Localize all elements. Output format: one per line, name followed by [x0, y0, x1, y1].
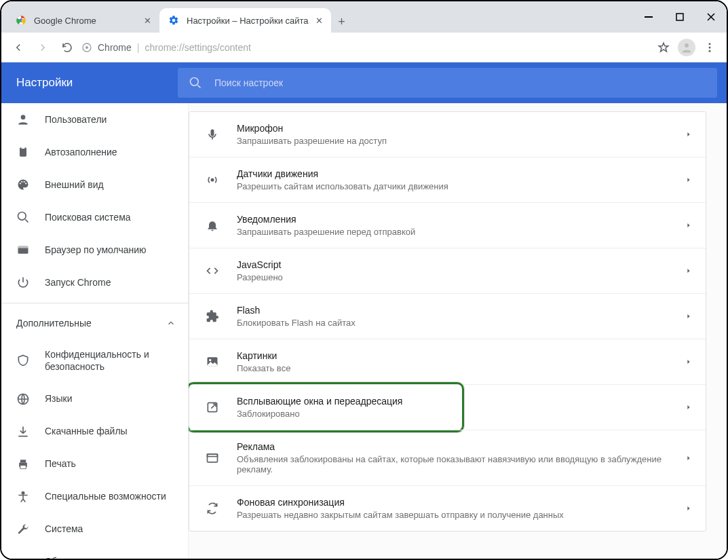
kebab-menu-button[interactable]: [700, 37, 720, 58]
omnibox-scheme: Chrome: [98, 42, 132, 53]
setting-bg-sync[interactable]: Фоновая синхронизацияРазрешать недавно з…: [189, 485, 706, 531]
setting-javascript[interactable]: JavaScriptРазрешено: [189, 248, 706, 293]
code-icon: [203, 264, 222, 278]
sidebar-item-download[interactable]: Скачанные файлы: [1, 415, 188, 448]
sidebar-advanced-toggle[interactable]: Дополнительные: [1, 307, 188, 339]
svg-point-11: [21, 115, 26, 119]
chrome-favicon-icon: [15, 14, 27, 26]
setting-notifications[interactable]: УведомленияЗапрашивать разрешение перед …: [189, 202, 706, 248]
setting-ads[interactable]: РекламаОбъявления заблокированы на сайта…: [189, 430, 706, 485]
puzzle-icon: [203, 310, 222, 323]
sidebar-item-label: Скачанные файлы: [45, 425, 128, 437]
setting-popups[interactable]: Всплывающие окна и переадресацияЗаблокир…: [189, 384, 706, 430]
close-icon[interactable]: ✕: [144, 16, 151, 26]
chevron-right-icon: [677, 267, 692, 274]
setting-images[interactable]: КартинкиПоказать все: [189, 339, 706, 384]
wrench-icon: [16, 523, 30, 536]
chevron-right-icon: [677, 313, 692, 320]
chevron-right-icon: [677, 358, 692, 365]
sidebar-item-label: Сброс настроек и удаление вредоносного П…: [45, 555, 188, 559]
settings-favicon-icon: [168, 14, 180, 26]
bell-icon: [203, 219, 222, 232]
maximize-button[interactable]: [664, 1, 695, 33]
svg-rect-3: [676, 14, 683, 20]
sidebar-item-label: Конфиденциальность и безопасность: [45, 348, 188, 373]
new-tab-button[interactable]: +: [331, 11, 353, 33]
sidebar-item-label: Внешний вид: [45, 179, 104, 191]
svg-rect-2: [645, 16, 653, 18]
sidebar-item-browser[interactable]: Браузер по умолчанию: [1, 234, 188, 266]
svg-rect-24: [20, 465, 26, 468]
sidebar-item-wrench[interactable]: Система: [1, 513, 188, 546]
sidebar-item-a11y[interactable]: Специальные возможности: [1, 481, 188, 513]
chevron-right-icon: [677, 404, 692, 411]
tab-google-chrome[interactable]: Google Chrome ✕: [7, 8, 159, 33]
sidebar-item-globe[interactable]: Языки: [1, 383, 188, 415]
bookmark-button[interactable]: [653, 37, 674, 58]
sidebar-item-label: Специальные возможности: [45, 490, 166, 502]
setting-flash[interactable]: FlashБлокировать Flash на сайтах: [189, 293, 706, 339]
tab-label: Настройки – Настройки сайта: [187, 16, 309, 26]
browser-icon: [16, 243, 30, 257]
chevron-right-icon: [677, 505, 692, 512]
svg-rect-26: [211, 130, 214, 136]
sidebar-item-restore[interactable]: Сброс настроек и удаление вредоносного П…: [1, 546, 188, 559]
sidebar-item-power[interactable]: Запуск Chrome: [1, 266, 188, 299]
svg-point-7: [709, 43, 711, 45]
close-window-button[interactable]: [695, 1, 727, 33]
search-icon: [16, 210, 30, 224]
tab-settings[interactable]: Настройки – Настройки сайта ✕: [159, 8, 331, 33]
popup-icon: [203, 400, 222, 414]
svg-point-18: [18, 212, 26, 221]
settings-search-input[interactable]: [213, 77, 706, 89]
chevron-right-icon: [677, 131, 692, 138]
settings-search[interactable]: [178, 68, 717, 98]
sidebar-item-shield[interactable]: Конфиденциальность и безопасность: [1, 339, 188, 382]
back-button[interactable]: [8, 37, 28, 58]
close-icon[interactable]: ✕: [315, 16, 323, 26]
setting-subtitle: Объявления заблокированы на сайтах, кото…: [237, 454, 677, 474]
omnibox[interactable]: Chrome | chrome://settings/content: [81, 42, 649, 53]
svg-rect-20: [18, 246, 28, 248]
svg-point-27: [211, 179, 213, 181]
setting-motion[interactable]: Датчики движенияРазрешить сайтам использ…: [189, 157, 706, 202]
svg-point-5: [85, 46, 88, 49]
forward-button[interactable]: [33, 37, 53, 58]
sidebar-item-print[interactable]: Печать: [1, 448, 188, 481]
reload-button[interactable]: [57, 37, 77, 58]
sidebar-item-label: Автозаполнение: [45, 146, 117, 158]
minimize-button[interactable]: [633, 1, 664, 33]
globe-icon: [16, 392, 30, 406]
page-title: Настройки: [1, 76, 178, 90]
svg-rect-12: [20, 147, 26, 156]
svg-rect-31: [208, 454, 218, 462]
image-icon: [203, 355, 222, 369]
mic-icon: [203, 128, 222, 141]
sidebar-item-clipboard[interactable]: Автозаполнение: [1, 136, 188, 168]
svg-point-16: [24, 181, 25, 183]
setting-subtitle: Блокировать Flash на сайтах: [237, 318, 677, 328]
setting-microphone[interactable]: МикрофонЗапрашивать разрешение на доступ: [189, 112, 706, 157]
tab-label: Google Chrome: [34, 16, 96, 26]
setting-title: Датчики движения: [237, 168, 677, 179]
sidebar-item-palette[interactable]: Внешний вид: [1, 168, 188, 201]
motion-icon: [203, 173, 222, 187]
svg-rect-13: [22, 147, 25, 149]
sidebar-item-label: Печать: [45, 458, 76, 470]
address-bar: Chrome | chrome://settings/content: [1, 33, 727, 62]
sidebar-item-label: Поисковая система: [45, 211, 131, 223]
setting-subtitle: Запрашивать разрешение на доступ: [237, 136, 677, 146]
shield-icon: [16, 354, 30, 367]
svg-point-17: [25, 183, 26, 184]
person-icon: [16, 113, 30, 126]
setting-subtitle: Разрешать недавно закрытым сайтам заверш…: [237, 510, 677, 520]
setting-subtitle: Показать все: [237, 363, 677, 373]
sidebar-item-person[interactable]: Пользователи: [1, 103, 188, 136]
sidebar-item-search[interactable]: Поисковая система: [1, 201, 188, 234]
svg-point-14: [20, 183, 21, 184]
a11y-icon: [16, 490, 30, 504]
svg-point-29: [209, 359, 211, 361]
download-icon: [16, 425, 30, 438]
profile-avatar[interactable]: [678, 39, 695, 56]
setting-title: Flash: [237, 305, 677, 316]
